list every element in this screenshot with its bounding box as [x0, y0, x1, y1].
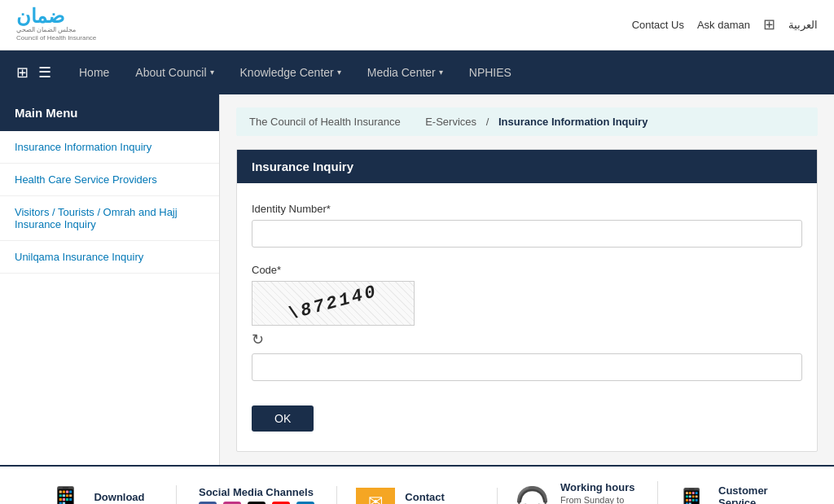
logo-arabic-text: ضمان — [16, 7, 64, 26]
nav-knowledge-center[interactable]: Knowledge Center ▾ — [229, 53, 353, 92]
sidebar-item-unilqama[interactable]: Unilqama Insurance Inquiry — [0, 241, 219, 274]
breadcrumb: The Council of Health Insurance E-Servic… — [236, 107, 818, 136]
sidebar-item-insurance-inquiry[interactable]: Insurance Information Inquiry — [0, 131, 219, 164]
breadcrumb-eservices[interactable]: E-Services — [425, 116, 476, 128]
captcha-image: \872140 — [252, 281, 415, 326]
top-bar: ضمان مجلس الضمان الصحي Council of Health… — [0, 0, 834, 50]
footer-customer-text: Customer Service 920001177 — [718, 484, 801, 504]
contact-us-link[interactable]: Contact Us — [632, 19, 684, 31]
media-center-arrow: ▾ — [439, 68, 443, 77]
inquiry-box: Insurance Inquiry Identity Number* Code*… — [236, 149, 818, 452]
code-label: Code* — [252, 264, 802, 276]
ask-daman-link[interactable]: Ask daman — [697, 19, 750, 31]
social-title: Social Media Channels — [199, 486, 314, 498]
nav-about-council[interactable]: About Council ▾ — [124, 53, 225, 92]
breadcrumb-sep1 — [410, 116, 415, 128]
breadcrumb-current: Insurance Information Inquiry — [498, 116, 647, 128]
download-title: Download — [94, 491, 144, 503]
phone-download-icon: 📱 — [47, 485, 84, 504]
code-input[interactable] — [252, 353, 802, 381]
arabic-link[interactable]: العربية — [788, 19, 818, 31]
content-panel: The Council of Health Insurance E-Servic… — [220, 94, 834, 465]
headset-icon: 🎧 — [514, 485, 551, 504]
logo-area: ضمان مجلس الضمان الصحي Council of Health… — [16, 7, 96, 43]
breadcrumb-root[interactable]: The Council of Health Insurance — [249, 116, 401, 128]
footer-working-text: Working hours From Sunday to Thursday fr… — [560, 481, 641, 504]
main-content: Main Menu Insurance Information Inquiry … — [0, 94, 834, 465]
envelope-icon: ✉ — [356, 488, 395, 504]
phone-service-icon: 📱 — [674, 486, 709, 504]
captcha-text: \872140 — [286, 282, 380, 326]
footer-contact-section: ✉ Contact General Secretary — [337, 488, 498, 504]
sidebar-menu: Insurance Information Inquiry Health Car… — [0, 131, 219, 274]
footer: 📱 Download CCHI App Social Media Channel… — [0, 465, 834, 504]
footer-working-hours-section: 🎧 Working hours From Sunday to Thursday … — [498, 481, 658, 504]
sitemap-icon[interactable]: ⊞ — [763, 15, 775, 33]
contact-title: Contact — [405, 491, 477, 503]
inquiry-header: Insurance Inquiry — [237, 150, 817, 183]
footer-social-text: Social Media Channels f ● 𝕏 ▶ in — [199, 486, 314, 504]
customer-service-title: Customer Service — [718, 484, 801, 504]
footer-download-section: 📱 Download CCHI App — [16, 485, 177, 504]
menu-icon-btn[interactable]: ☰ — [38, 64, 51, 81]
sidebar-item-visitors[interactable]: Visitors / Tourists / Omrah and Hajj Ins… — [0, 196, 219, 241]
footer-customer-service-section: 📱 Customer Service 920001177 — [658, 484, 818, 504]
identity-label: Identity Number* — [252, 203, 802, 215]
top-links: Contact Us Ask daman ⊞ العربية — [632, 15, 818, 33]
working-hours-title: Working hours — [560, 481, 641, 493]
ok-button[interactable]: OK — [252, 405, 314, 432]
logo-sub1: مجلس الضمان الصحي — [16, 26, 76, 34]
footer-download-text: Download CCHI App — [94, 491, 144, 504]
navbar: ⊞ ☰ Home About Council ▾ Knowledge Cente… — [0, 50, 834, 94]
knowledge-center-arrow: ▾ — [337, 68, 341, 77]
list-item: Unilqama Insurance Inquiry — [0, 241, 219, 274]
grid-icon-btn[interactable]: ⊞ — [16, 64, 29, 81]
nav-home[interactable]: Home — [68, 53, 121, 92]
working-hours-subtitle: From Sunday to Thursday from 8 Am to 4Pm — [560, 495, 641, 504]
list-item: Visitors / Tourists / Omrah and Hajj Ins… — [0, 196, 219, 241]
nav-icons: ⊞ ☰ — [16, 64, 51, 81]
footer-contact-text: Contact General Secretary — [405, 491, 477, 504]
nav-nphies[interactable]: NPHIES — [458, 53, 523, 92]
identity-input[interactable] — [252, 220, 802, 248]
about-council-arrow: ▾ — [210, 68, 214, 77]
footer-social-section: Social Media Channels f ● 𝕏 ▶ in — [177, 486, 337, 504]
refresh-captcha-btn[interactable]: ↻ — [252, 331, 268, 348]
code-group: Code* \872140 ↻ — [252, 264, 802, 381]
sidebar-title: Main Menu — [0, 94, 219, 131]
logo-sub2: Council of Health Insurance — [16, 34, 96, 42]
sidebar-item-health-care[interactable]: Health Care Service Providers — [0, 164, 219, 196]
list-item: Health Care Service Providers — [0, 164, 219, 196]
list-item: Insurance Information Inquiry — [0, 131, 219, 164]
nav-items: Home About Council ▾ Knowledge Center ▾ … — [68, 53, 523, 92]
sidebar: Main Menu Insurance Information Inquiry … — [0, 94, 220, 465]
identity-number-group: Identity Number* — [252, 203, 802, 248]
inquiry-body: Identity Number* Code* \872140 ↻ OK — [237, 183, 817, 451]
breadcrumb-sep2: / — [486, 116, 492, 128]
nav-media-center[interactable]: Media Center ▾ — [356, 53, 454, 92]
logo-wrap: ضمان مجلس الضمان الصحي Council of Health… — [16, 7, 96, 43]
